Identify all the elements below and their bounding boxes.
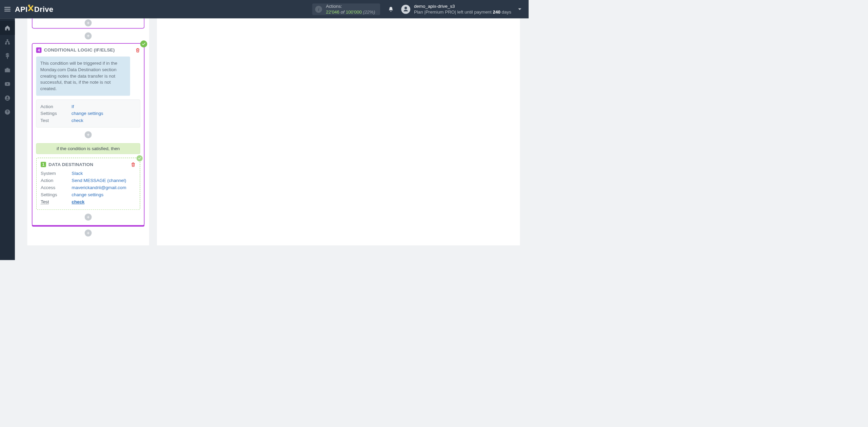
main-content: + + 4 CONDITIONAL LOGIC (IF/ELSE) This c… [15,18,529,260]
delete-step-button[interactable] [135,48,140,53]
row-action-value: If [72,103,74,110]
user-text: demo_apix-drive_s3 Plan |Premium PRO| le… [414,3,511,15]
add-step-row: + [32,33,145,40]
add-step-button-between[interactable]: + [85,33,92,40]
add-step-button[interactable]: + [85,19,92,26]
actions-used: 22'046 [326,9,339,15]
row-inner-test-label: Test [41,198,72,205]
add-inner-step-button-bottom[interactable]: + [85,214,92,221]
logo-text-api: API [15,5,27,14]
inner-card-header: 1 DATA DESTINATION [41,162,136,167]
condition-description: This condition will be triggered if in t… [36,57,130,96]
sidebar-item-home[interactable] [0,21,15,35]
avatar [401,5,410,14]
change-settings-link[interactable]: change settings [72,111,103,116]
inner-action-link[interactable]: Send MESSAGE (channel) [72,178,126,183]
hamburger-icon [4,9,11,9]
check-link[interactable]: check [72,118,83,123]
video-icon [4,81,11,87]
sidebar-item-connections[interactable] [0,35,15,49]
row-access-value: maverickandrii@gmail.com [72,184,126,191]
row-test: Test check [40,117,136,124]
add-inner-step-button[interactable]: + [85,131,92,138]
actions-percent: (22%) [363,9,375,15]
row-system-label: System [41,170,72,177]
user-plan-line: Plan |Premium PRO| left until payment 24… [414,9,511,15]
svg-point-1 [5,96,10,101]
row-settings-label: Settings [40,110,71,117]
row-inner-settings: Settings change settings [41,191,136,198]
user-circle-icon [4,95,11,101]
row-inner-action-value: Send MESSAGE (channel) [72,177,126,184]
menu-toggle[interactable] [0,0,15,18]
plan-days-number: 240 [493,9,500,15]
help-icon [4,109,11,115]
row-action: Action If [40,103,136,110]
actions-of: of [341,9,344,15]
briefcase-icon [4,67,11,73]
trash-icon [131,162,136,167]
trash-icon [135,48,140,53]
row-inner-settings-value: change settings [72,191,103,198]
row-test-label: Test [40,117,71,124]
actions-usage-pill[interactable]: i Actions: 22'046 of 100'000 (22%) [312,3,380,15]
row-system-value: Slack [72,170,83,177]
row-inner-settings-label: Settings [41,191,72,198]
user-name: demo_apix-drive_s3 [414,3,511,9]
sidebar-item-billing[interactable] [0,49,15,63]
workflow-panel: + + 4 CONDITIONAL LOGIC (IF/ELSE) This c… [27,18,149,245]
row-inner-test: Test check [41,198,136,205]
add-inner-step-row: + [36,131,140,138]
row-access: Access maverickandrii@gmail.com [41,184,136,191]
row-settings: Settings change settings [40,110,136,117]
logo[interactable]: API Drive [15,5,53,14]
row-system: System Slack [41,170,136,177]
row-inner-action-label: Action [41,177,72,184]
conditional-logic-card: 4 CONDITIONAL LOGIC (IF/ELSE) This condi… [32,43,145,226]
delete-inner-step-button[interactable] [131,162,136,167]
inner-card-title: DATA DESTINATION [48,162,128,167]
user-menu-caret[interactable] [517,6,522,12]
check-icon [138,157,141,160]
logo-x-icon [27,5,34,12]
row-test-value: check [72,117,83,124]
step-number-badge: 4 [36,47,42,53]
sidebar-item-help[interactable] [0,105,15,119]
dollar-icon [4,53,11,59]
inner-step-number-badge: 1 [41,162,46,167]
notifications-button[interactable] [386,4,396,15]
inner-status-ok-badge [137,155,143,161]
add-step-button-after[interactable]: + [85,229,92,237]
actions-total: 100'000 [346,9,362,15]
sidebar-item-briefcase[interactable] [0,63,15,77]
row-inner-action: Action Send MESSAGE (channel) [41,177,136,184]
sidebar [0,18,15,260]
sitemap-icon [4,39,11,45]
sidebar-item-video[interactable] [0,77,15,91]
plan-days-word: days [500,9,511,15]
system-link[interactable]: Slack [72,171,83,176]
app-header: API Drive i Actions: 22'046 of 100'000 (… [0,0,529,18]
inner-change-settings-link[interactable]: change settings [72,192,103,197]
row-settings-value: change settings [72,110,103,117]
chevron-down-icon [517,6,522,12]
add-step-row-after: + [32,229,145,237]
cond-card-title: CONDITIONAL LOGIC (IF/ELSE) [44,47,133,53]
sidebar-item-account[interactable] [0,91,15,105]
inner-check-link[interactable]: check [72,199,84,204]
condition-settings-box: Action If Settings change settings Test … [36,100,140,128]
row-action-label: Action [40,103,71,110]
actions-usage-text: Actions: 22'046 of 100'000 (22%) [326,3,375,15]
logo-text-drive: Drive [34,5,53,14]
cond-card-header: 4 CONDITIONAL LOGIC (IF/ELSE) [36,47,140,53]
add-inner-step-row-bottom: + [36,214,140,221]
user-menu[interactable]: demo_apix-drive_s3 Plan |Premium PRO| le… [401,3,522,15]
home-icon [4,25,11,31]
bell-icon [388,6,394,12]
access-link[interactable]: maverickandrii@gmail.com [72,185,126,190]
condition-satisfied-label: if the condition is satisfied, then [36,143,140,154]
user-icon [402,6,409,12]
inner-rows: System Slack Action Send MESSAGE (channe… [41,170,136,205]
details-panel-empty [157,18,520,245]
row-inner-test-value: check [72,198,84,205]
